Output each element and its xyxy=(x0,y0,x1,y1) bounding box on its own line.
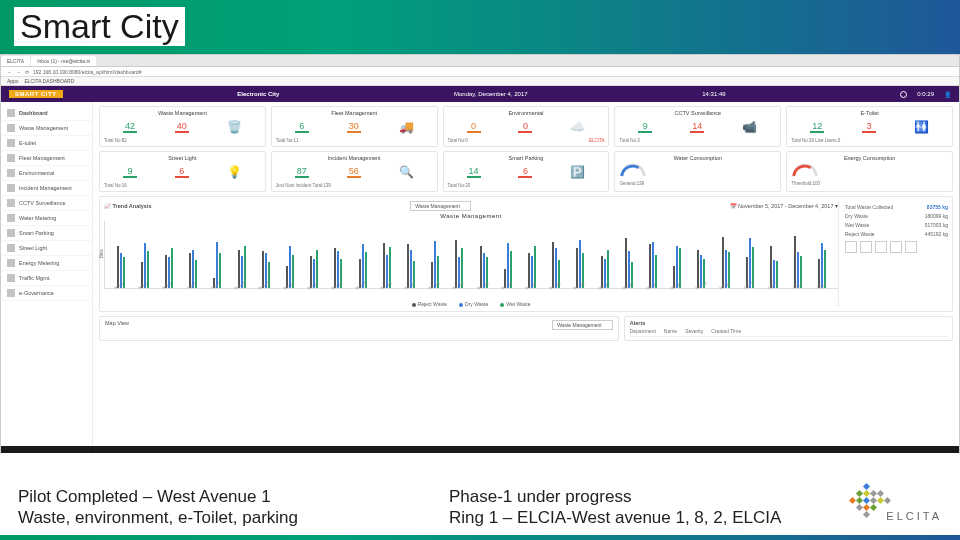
chart-title: Waste Management xyxy=(104,213,838,219)
card-icon: 🗑️ xyxy=(227,120,242,134)
kpi-card[interactable]: Smart Parking146🅿️Total No:20 xyxy=(443,151,610,192)
card-icon: 🚻 xyxy=(914,120,929,134)
nav-forward-icon[interactable]: → xyxy=(16,69,21,75)
clock-icon xyxy=(900,91,907,98)
sidebar-icon xyxy=(7,139,15,147)
nav-back-icon[interactable]: ← xyxy=(7,69,12,75)
kpi-card[interactable]: Incident Management8756🔍Just Now Inciden… xyxy=(271,151,438,192)
browser-window: ELCITA Inbox (1) - me@elcita.in ← → ⟳ 19… xyxy=(0,54,960,454)
sidebar-item[interactable]: Waste Management xyxy=(1,121,92,136)
alerts-header-row: DepartmentNameSeverityCreated Time xyxy=(630,328,947,337)
bookmarks-bar: Apps ELCITA DASHBOARD xyxy=(1,77,959,86)
sidebar-icon xyxy=(7,124,15,132)
kpi-card[interactable]: E-Toilet123🚻Total No:26 Live Users:0 xyxy=(786,106,953,147)
calendar-icon: 📅 xyxy=(730,203,737,209)
sidebar-item[interactable]: Environmental xyxy=(1,166,92,181)
sidebar-item[interactable]: E-toilet xyxy=(1,136,92,151)
sidebar-item[interactable]: Street Light xyxy=(1,241,92,256)
user-icon[interactable]: 👤 xyxy=(944,91,951,98)
kpi-row-2: Street Light96💡Total No:16Incident Manag… xyxy=(99,151,953,192)
sidebar-item[interactable]: Incident Management xyxy=(1,181,92,196)
slide-footer-text: Pilot Completed – West Avenue 1 Waste, e… xyxy=(18,486,840,529)
app-date: Monday, December 4, 2017 xyxy=(454,91,528,97)
browser-tab[interactable]: ELCITA xyxy=(1,56,30,66)
footer-left-line1: Pilot Completed – West Avenue 1 xyxy=(18,486,409,507)
map-category-select[interactable]: Waste Management xyxy=(552,320,613,330)
sidebar-icon xyxy=(7,199,15,207)
sidebar-icon xyxy=(7,169,15,177)
address-bar[interactable]: ← → ⟳ 192.168.10.190:8080/elcita_api/htm… xyxy=(1,67,959,77)
sidebar-icon xyxy=(7,154,15,162)
slide-header: Smart City xyxy=(0,0,960,54)
chart-icon: 📈 xyxy=(104,203,111,209)
url-text: 192.168.10.190:8080/elcita_api/html/dash… xyxy=(33,69,141,75)
reload-icon[interactable]: ⟳ xyxy=(25,69,29,75)
slide-title: Smart City xyxy=(14,7,185,46)
sidebar-icon xyxy=(7,274,15,282)
card-icon: 📹 xyxy=(742,120,757,134)
trend-category-select[interactable]: Waste Management xyxy=(410,201,471,211)
main-content: Waste Management4240🗑️Total No:82Fleet M… xyxy=(93,102,959,455)
chart-legend: Reject WasteDry WasteWet Waste xyxy=(104,301,838,307)
sidebar-item[interactable]: CCTV Surveillance xyxy=(1,196,92,211)
sidebar-item[interactable]: Water Metering xyxy=(1,211,92,226)
kpi-card[interactable]: Water ConsumptionGeneral:139 xyxy=(614,151,781,192)
sidebar-item[interactable]: Energy Metering xyxy=(1,256,92,271)
card-icon: 🅿️ xyxy=(570,165,585,179)
kpi-row-1: Waste Management4240🗑️Total No:82Fleet M… xyxy=(99,106,953,147)
elcita-logo-text: ELCITA xyxy=(886,510,942,522)
map-view-panel: Map View Waste Management xyxy=(99,316,619,341)
trend-daterange[interactable]: 📅 November 5, 2017 - December 4, 2017 ▾ xyxy=(730,203,838,209)
bookmark-link[interactable]: ELCITA DASHBOARD xyxy=(24,78,74,84)
kpi-card[interactable]: Waste Management4240🗑️Total No:82 xyxy=(99,106,266,147)
sidebar-icon xyxy=(7,229,15,237)
trend-analysis-panel: 📈 Trend Analysis Waste Management 📅 Nove… xyxy=(99,196,953,312)
kpi-card[interactable]: CCTV Surveillance914📹Total No:3 xyxy=(614,106,781,147)
sidebar-item[interactable]: Smart Parking xyxy=(1,226,92,241)
app-body: DashboardWaste ManagementE-toiletFleet M… xyxy=(1,102,959,455)
sidebar-icon xyxy=(7,289,15,297)
sidebar: DashboardWaste ManagementE-toiletFleet M… xyxy=(1,102,93,455)
apps-icon[interactable]: Apps xyxy=(7,78,18,84)
sidebar-item[interactable]: Dashboard xyxy=(1,106,92,121)
kpi-card[interactable]: Fleet Management630🚚Total No:11 xyxy=(271,106,438,147)
kpi-card[interactable]: Energy ConsumptionThreshold:100 xyxy=(786,151,953,192)
sidebar-item[interactable]: e-Governance xyxy=(1,286,92,301)
card-icon: 🔍 xyxy=(399,165,414,179)
slide-footer-bar xyxy=(0,535,960,540)
app-timer: 0:0:29 xyxy=(917,91,934,97)
browser-tabstrip: ELCITA Inbox (1) - me@elcita.in xyxy=(1,55,959,67)
alerts-panel: Alerts DepartmentNameSeverityCreated Tim… xyxy=(624,316,953,341)
windows-taskbar[interactable] xyxy=(1,446,959,453)
alerts-title: Alerts xyxy=(630,320,646,326)
app-topbar: SMART CITY Electronic City Monday, Decem… xyxy=(1,86,959,102)
elcita-logo: ELCITA xyxy=(850,484,940,520)
waste-bar-chart: Bins xyxy=(104,221,838,289)
footer-right-line2: Ring 1 – ELCIA-West avenue 1, 8, 2, ELCI… xyxy=(449,507,840,528)
export-icons[interactable] xyxy=(845,241,948,253)
sidebar-icon xyxy=(7,214,15,222)
footer-right-line1: Phase-1 under progress xyxy=(449,486,840,507)
kpi-card[interactable]: Environmental00☁️Total No:0ELCITA xyxy=(443,106,610,147)
sidebar-item[interactable]: Traffic Mgmt. xyxy=(1,271,92,286)
sidebar-item[interactable]: Fleet Management xyxy=(1,151,92,166)
kpi-card[interactable]: Street Light96💡Total No:16 xyxy=(99,151,266,192)
sidebar-icon xyxy=(7,184,15,192)
sidebar-icon xyxy=(7,109,15,117)
trend-label: Trend Analysis xyxy=(113,203,152,209)
browser-tab[interactable]: Inbox (1) - me@elcita.in xyxy=(31,56,96,66)
sidebar-icon xyxy=(7,259,15,267)
sidebar-icon xyxy=(7,244,15,252)
card-icon: 🚚 xyxy=(399,120,414,134)
app-time: 14:31:49 xyxy=(702,91,725,97)
app-location: Electronic City xyxy=(237,91,279,97)
map-view-title: Map View xyxy=(105,320,129,326)
x-axis: Nov 5Nov 6Nov 7Nov 8Nov 9Nov 10Nov 11Nov… xyxy=(104,289,838,295)
card-icon: 💡 xyxy=(227,165,242,179)
app-brand: SMART CITY xyxy=(9,90,63,98)
card-icon: ☁️ xyxy=(570,120,585,134)
footer-left-line2: Waste, environment, e-Toilet, parking xyxy=(18,507,409,528)
y-axis-label: Bins xyxy=(99,249,104,258)
trend-summary: Total Waste Collected83755 kg Dry Waste1… xyxy=(838,201,948,307)
